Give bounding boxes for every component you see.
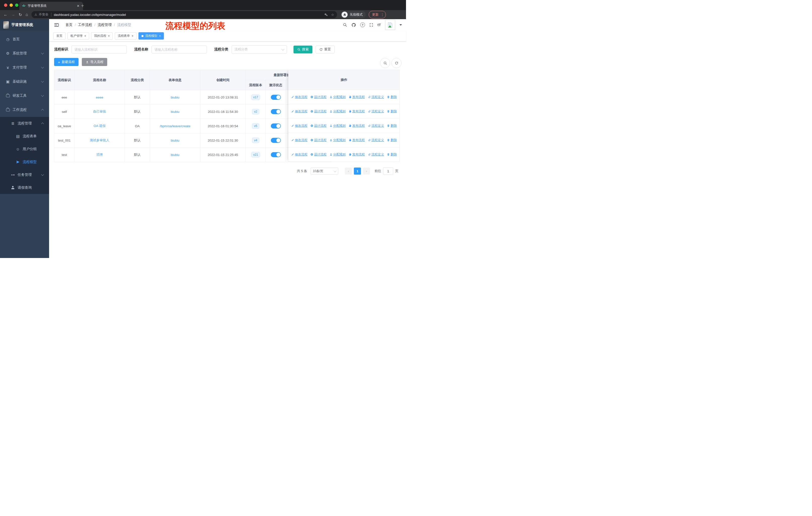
action-link-删除[interactable]: 删除 [387, 153, 397, 157]
tag-chip-流程模型[interactable]: 流程模型× [139, 32, 164, 39]
page-size-select[interactable]: 10条/页 [311, 167, 338, 174]
sidebar-item-流程管理[interactable]: ≣流程管理 [0, 117, 49, 130]
action-link-修改流程[interactable]: 修改流程 [291, 95, 308, 99]
tab-close-icon[interactable]: ✕ [76, 4, 81, 8]
form-link[interactable]: biubiu [171, 96, 179, 99]
action-link-发布流程[interactable]: 发布流程 [349, 95, 365, 99]
version-badge[interactable]: v17 [251, 94, 260, 100]
action-link-删除[interactable]: 删除 [387, 124, 397, 128]
sidebar-item-基础设施[interactable]: ▣基础设施 [0, 75, 49, 89]
collapse-sidebar-icon[interactable] [54, 23, 59, 27]
sidebar-item-工作流程[interactable]: 工作流程 [0, 103, 49, 117]
action-link-流程定义[interactable]: 流程定义 [368, 124, 384, 128]
tag-chip-我的流程[interactable]: 我的流程× [91, 32, 113, 39]
close-icon[interactable]: × [132, 34, 134, 38]
reload-icon[interactable]: ↻ [19, 12, 22, 17]
breadcrumb-item[interactable]: 工作流程 [78, 23, 92, 27]
sidebar-item-首页[interactable]: ◷首页 [0, 32, 49, 46]
action-link-发布流程[interactable]: 发布流程 [349, 109, 365, 114]
address-bar[interactable]: ⚠ 不安全 dashboard.yudao.iocoder.cn/bpm/man… [31, 11, 337, 18]
sidebar-item-请假查询[interactable]: 请假查询 [0, 181, 49, 194]
close-icon[interactable]: × [108, 34, 110, 38]
action-link-修改流程[interactable]: 修改流程 [291, 124, 308, 128]
form-link[interactable]: /bpm/oa/leave/create [160, 124, 190, 128]
sidebar-item-研发工具[interactable]: 研发工具 [0, 89, 49, 103]
browser-tab[interactable]: 芋道管理系统 ✕ [19, 2, 83, 10]
breadcrumb-item[interactable]: 首页 [65, 23, 72, 27]
form-info-cell[interactable]: biubiu [150, 133, 200, 147]
tag-chip-首页[interactable]: 首页 [53, 32, 65, 39]
avatar[interactable] [385, 20, 395, 30]
version-badge[interactable]: v4 [252, 138, 259, 143]
action-link-流程定义[interactable]: 流程定义 [368, 95, 384, 99]
tag-chip-租户管理[interactable]: 租户管理× [67, 32, 89, 39]
action-link-修改流程[interactable]: 修改流程 [291, 109, 308, 114]
action-link-流程定义[interactable]: 流程定义 [368, 138, 384, 142]
search-button[interactable]: 搜索 [293, 46, 312, 53]
form-info-cell[interactable]: biubiu [150, 105, 200, 119]
process-name-cell[interactable]: 自己审批 [75, 105, 125, 119]
action-link-设计流程[interactable]: 设计流程 [310, 153, 327, 157]
sidebar-item-流程表单[interactable]: ▤流程表单 [0, 130, 49, 143]
category-select[interactable]: 流程分类 [232, 45, 287, 54]
form-link[interactable]: biubiu [171, 110, 179, 114]
version-badge[interactable]: v5 [252, 123, 259, 129]
bookmark-star-icon[interactable]: ☆ [331, 13, 334, 17]
current-page-button[interactable]: 1 [354, 167, 361, 174]
search-icon[interactable] [343, 23, 347, 27]
create-process-button[interactable]: + 新建流程 [54, 58, 79, 66]
process-name-cell[interactable]: 测试多审批人 [75, 133, 125, 147]
refresh-table-button[interactable] [392, 58, 402, 68]
tag-chip-流程表单[interactable]: 流程表单× [115, 32, 137, 39]
action-link-分配规则[interactable]: 分配规则 [329, 109, 346, 114]
import-process-button[interactable]: 导入流程 [82, 58, 107, 66]
action-link-分配规则[interactable]: 分配规则 [329, 138, 346, 142]
action-link-分配规则[interactable]: 分配规则 [329, 124, 346, 128]
action-link-分配规则[interactable]: 分配规则 [329, 153, 346, 157]
process-key-input[interactable] [71, 46, 127, 53]
reset-button[interactable]: 重置 [316, 46, 335, 53]
home-icon[interactable]: ⌂ [25, 12, 28, 17]
sidebar-item-用户分组[interactable]: ☺用户分组 [0, 143, 49, 156]
action-link-修改流程[interactable]: 修改流程 [291, 138, 308, 142]
app-logo[interactable]: 芋道管理系统 [0, 19, 49, 30]
active-toggle[interactable] [271, 95, 281, 100]
sidebar-item-支付管理[interactable]: ¥支付管理 [0, 60, 49, 75]
process-name-link[interactable]: OA 请假 [94, 124, 106, 128]
action-link-设计流程[interactable]: 设计流程 [310, 138, 327, 142]
form-link[interactable]: biubiu [171, 153, 179, 157]
active-toggle[interactable] [271, 138, 281, 143]
sidebar-item-任务管理[interactable]: ⊶任务管理 [0, 168, 49, 181]
process-name-cell[interactable]: 滔博 [75, 147, 125, 162]
active-toggle[interactable] [271, 124, 281, 129]
browser-update-button[interactable]: 更新 ⋮ [369, 11, 386, 19]
action-link-设计流程[interactable]: 设计流程 [310, 95, 327, 99]
prev-page-button[interactable]: ‹ [345, 167, 352, 174]
back-icon[interactable]: ← [3, 12, 7, 17]
active-toggle[interactable] [271, 152, 281, 157]
form-info-cell[interactable]: /bpm/oa/leave/create [150, 119, 200, 133]
browser-menu-icon[interactable]: ⋮ [381, 12, 384, 17]
zoom-window-button[interactable] [15, 3, 18, 7]
process-name-input[interactable] [151, 46, 207, 53]
action-link-发布流程[interactable]: 发布流程 [349, 124, 365, 128]
forward-icon[interactable]: → [11, 12, 15, 17]
action-link-删除[interactable]: 删除 [387, 95, 397, 99]
caret-down-icon[interactable] [400, 24, 402, 26]
process-name-cell[interactable]: eeee [75, 90, 125, 105]
fullscreen-icon[interactable] [369, 23, 373, 27]
form-info-cell[interactable]: biubiu [150, 147, 200, 162]
action-link-删除[interactable]: 删除 [387, 109, 397, 114]
close-window-button[interactable] [4, 3, 7, 7]
sidebar-item-系统管理[interactable]: ⚙系统管理 [0, 46, 49, 60]
active-toggle[interactable] [271, 109, 281, 114]
process-name-link[interactable]: 测试多审批人 [90, 138, 110, 142]
process-name-link[interactable]: 自己审批 [93, 110, 106, 113]
breadcrumb-item[interactable]: 流程管理 [98, 23, 112, 27]
form-link[interactable]: biubiu [171, 139, 179, 142]
help-icon[interactable]: ? [360, 22, 365, 27]
font-size-icon[interactable]: tT [378, 23, 381, 27]
url-text[interactable]: dashboard.yudao.iocoder.cn/bpm/manager/m… [54, 13, 321, 17]
key-icon[interactable] [324, 13, 328, 17]
action-link-流程定义[interactable]: 流程定义 [368, 109, 384, 114]
